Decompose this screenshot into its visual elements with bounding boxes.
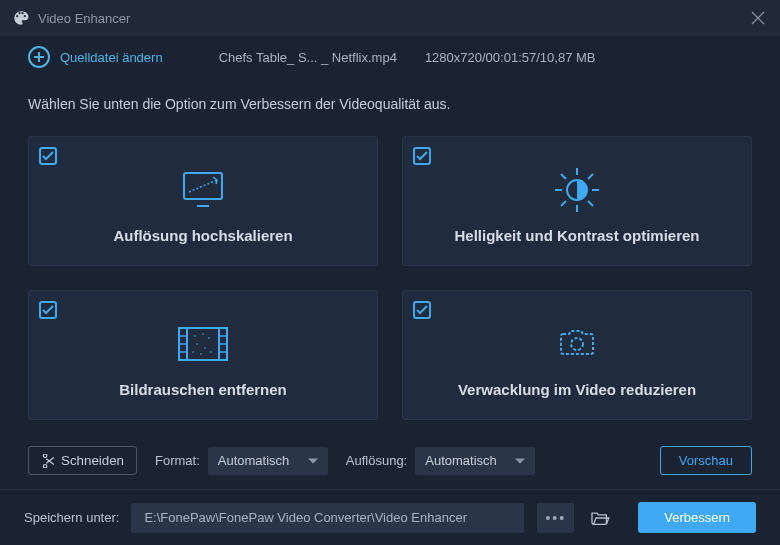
check-icon [416,151,428,161]
close-icon [751,11,765,25]
resolution-label: Auflösung: [346,453,407,468]
open-folder-button[interactable] [586,504,614,532]
checkbox-deshake[interactable] [413,301,431,319]
cut-button[interactable]: Schneiden [28,446,137,475]
titlebar: Video Enhancer [0,0,780,36]
change-source-label: Quelldatei ändern [60,50,163,65]
resolution-select[interactable]: Automatisch [415,447,535,475]
svg-point-27 [192,351,194,353]
card-deshake[interactable]: Verwacklung im Video reduzieren [402,290,752,420]
svg-point-28 [200,353,202,355]
checkbox-brightness[interactable] [413,147,431,165]
enhance-button[interactable]: Verbessern [638,502,756,533]
svg-line-10 [561,201,566,206]
app-title: Video Enhancer [38,11,748,26]
dots-icon: ••• [545,510,566,526]
save-label: Speichern unter: [24,510,119,525]
card-brightness-label: Helligkeit und Kontrast optimieren [454,227,699,244]
svg-point-23 [208,337,210,339]
svg-point-22 [202,333,204,335]
cut-label: Schneiden [61,453,124,468]
folder-open-icon [590,510,610,526]
preview-button[interactable]: Vorschau [660,446,752,475]
options-grid: Auflösung hochskalieren Helligkeit und K… [28,136,752,420]
scissors-icon [41,454,55,468]
card-denoise[interactable]: Bildrauschen entfernen [28,290,378,420]
checkbox-upscale[interactable] [39,147,57,165]
bottombar: Speichern unter: ••• Verbessern [0,489,780,545]
format-label: Format: [155,453,200,468]
card-upscale[interactable]: Auflösung hochskalieren [28,136,378,266]
svg-line-9 [588,201,593,206]
instruction-text: Wählen Sie unten die Option zum Verbesse… [28,96,752,112]
format-group: Format: Automatisch [155,447,328,475]
plus-circle-icon [28,46,50,68]
card-brightness[interactable]: Helligkeit und Kontrast optimieren [402,136,752,266]
svg-line-8 [561,174,566,179]
save-path-input[interactable] [131,503,524,533]
svg-point-24 [196,343,198,345]
resolution-group: Auflösung: Automatisch [346,447,535,475]
file-metadata: 1280x720/00:01:57/10,87 MB [425,50,596,65]
more-options-button[interactable]: ••• [536,503,574,533]
resolution-value: Automatisch [425,453,497,468]
svg-point-29 [571,338,583,350]
svg-point-25 [204,347,206,349]
card-denoise-label: Bildrauschen entfernen [119,381,287,398]
brightness-icon [552,163,602,217]
svg-line-11 [588,174,593,179]
change-source-button[interactable]: Quelldatei ändern [28,46,163,68]
checkbox-denoise[interactable] [39,301,57,319]
camera-shake-icon [549,317,605,371]
palette-icon [12,9,30,27]
check-icon [416,305,428,315]
svg-point-26 [210,351,212,353]
controls-row: Schneiden Format: Automatisch Auflösung:… [28,446,752,475]
svg-line-2 [189,180,217,192]
format-value: Automatisch [218,453,290,468]
check-icon [42,151,54,161]
main-area: Wählen Sie unten die Option zum Verbesse… [0,78,780,485]
card-deshake-label: Verwacklung im Video reduzieren [458,381,696,398]
card-upscale-label: Auflösung hochskalieren [113,227,292,244]
format-select[interactable]: Automatisch [208,447,328,475]
check-icon [42,305,54,315]
svg-point-21 [194,335,196,337]
close-button[interactable] [748,8,768,28]
toolbar: Quelldatei ändern Chefs Table_ S... _ Ne… [0,36,780,78]
monitor-upscale-icon [179,163,227,217]
svg-rect-0 [184,173,222,199]
filename-text: Chefs Table_ S... _ Netflix.mp4 [219,50,397,65]
film-noise-icon [175,317,231,371]
